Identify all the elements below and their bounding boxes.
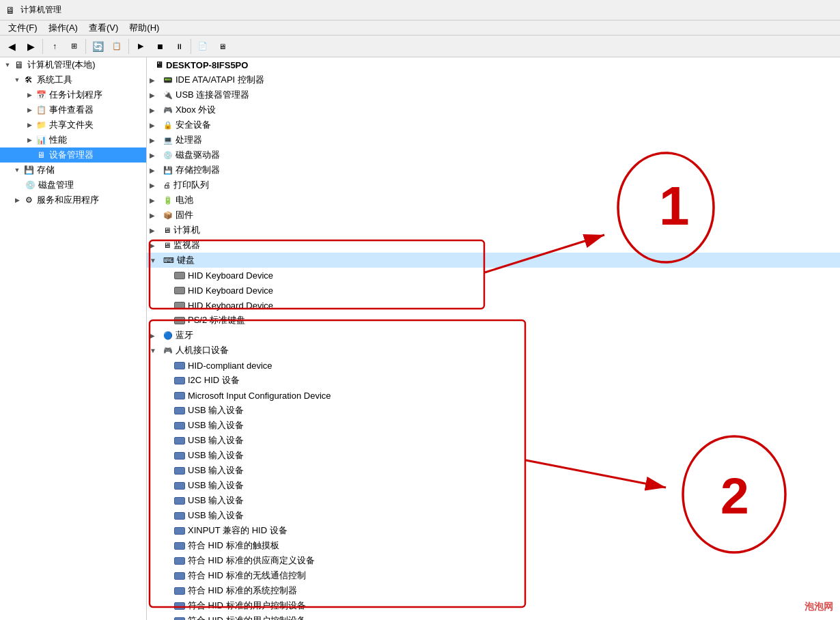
start-button[interactable]: ▶ [132,38,150,55]
right-i2c-hid-label: I2C HID 设备 [188,374,240,386]
right-hid-kbd-2[interactable]: HID Keyboard Device [147,283,840,298]
right-hid-kbd-2-label: HID Keyboard Device [188,285,273,296]
right-usb-input-2[interactable]: USB 输入设备 [147,418,840,433]
right-bluetooth-label: 蓝牙 [176,329,193,341]
right-xbox[interactable]: ▶ 🎮 Xbox 外设 [147,102,840,117]
right-usb-input-6[interactable]: USB 输入设备 [147,478,840,493]
right-battery-label: 电池 [176,194,193,206]
right-firmware[interactable]: ▶ 📦 固件 [147,208,840,223]
left-system-tools[interactable]: ▼ 🛠 系统工具 [0,72,146,87]
right-wireless-ctrl[interactable]: 符合 HID 标准的无线通信控制 [147,568,840,583]
right-computer[interactable]: ▶ 🖥 计算机 [147,223,840,238]
right-computer-label: 计算机 [173,224,200,236]
forward-button[interactable]: ▶ [22,38,40,55]
right-security[interactable]: ▶ 🔒 安全设备 [147,117,840,132]
right-usb-input-7[interactable]: USB 输入设备 [147,493,840,508]
right-cpu[interactable]: ▶ 💻 处理器 [147,132,840,147]
right-hid-kbd-1[interactable]: HID Keyboard Device [147,268,840,283]
menu-view[interactable]: 查看(V) [83,20,124,36]
expand-shared[interactable]: ▶ [25,120,34,130]
toolbar: ◀ ▶ ↑ ⊞ 🔄 📋 ▶ ⏹ ⏸ 📄 🖥 [0,36,840,57]
menu-file[interactable]: 文件(F) [3,20,43,36]
right-user-ctrl-2[interactable]: 符合 HID 标准的用户控制设备 [147,613,840,620]
expand-root[interactable]: ▼ [3,60,12,70]
up-button[interactable]: ↑ [46,38,64,55]
right-keyboard[interactable]: ▼ ⌨ 键盘 [147,253,840,268]
right-usb-input-1[interactable]: USB 输入设备 [147,403,840,418]
right-usb-input-3[interactable]: USB 输入设备 [147,433,840,448]
right-ide[interactable]: ▶ 📟 IDE ATA/ATAPI 控制器 [147,72,840,87]
export-button[interactable]: 📋 [108,38,126,55]
right-storage-ctrl[interactable]: ▶ 💾 存储控制器 [147,163,840,178]
sep3 [128,39,129,54]
left-services-label: 服务和应用程序 [37,194,99,206]
right-usb[interactable]: ▶ 🔌 USB 连接器管理器 [147,87,840,102]
right-battery[interactable]: ▶ 🔋 电池 [147,193,840,208]
left-root[interactable]: ▼ 🖥 计算机管理(本地) [0,57,146,72]
right-hid[interactable]: ▼ 🎮 人机接口设备 [147,343,840,358]
right-usb-input-5[interactable]: USB 输入设备 [147,463,840,478]
refresh-button[interactable]: 🔄 [89,38,107,55]
left-shared-label: 共享文件夹 [49,119,94,131]
right-usb-input-8[interactable]: USB 输入设备 [147,508,840,523]
right-bluetooth[interactable]: ▶ 🔵 蓝牙 [147,328,840,343]
back-button[interactable]: ◀ [3,38,20,55]
expand-services[interactable]: ▶ [12,195,22,205]
expand-sys[interactable]: ▼ [12,75,22,85]
disk-icon: 💿 [25,180,36,191]
right-cpu-label: 处理器 [176,134,202,146]
right-usb-input-4-label: USB 输入设备 [188,449,244,462]
right-monitor[interactable]: ▶ 🖥 监视器 [147,238,840,253]
left-services[interactable]: ▶ ⚙ 服务和应用程序 [0,193,146,208]
expand-storage[interactable]: ▼ [12,165,22,175]
left-disk-label: 磁盘管理 [38,179,74,191]
stop-button[interactable]: ⏹ [151,38,169,55]
left-event-viewer[interactable]: ▶ 📋 事件查看器 [0,102,146,117]
left-storage[interactable]: ▼ 💾 存储 [0,163,146,178]
right-security-label: 安全设备 [176,119,211,131]
right-root-label: DESKTOP-8IFS5PO [166,60,248,70]
tree-button[interactable]: ⊞ [65,38,83,55]
right-print[interactable]: ▶ 🖨 打印队列 [147,178,840,193]
right-touchpad[interactable]: 符合 HID 标准的触摸板 [147,538,840,553]
left-shared-folder[interactable]: ▶ 📁 共享文件夹 [0,117,146,132]
left-disk-mgmt[interactable]: 💿 磁盘管理 [0,178,146,193]
properties-button[interactable]: 📄 [194,38,212,55]
folder-icon: 📁 [36,119,46,130]
left-performance[interactable]: ▶ 📊 性能 [0,132,146,147]
right-pane[interactable]: 🖥 DESKTOP-8IFS5PO ▶ 📟 IDE ATA/ATAPI 控制器 … [147,57,840,620]
help-button[interactable]: 🖥 [213,38,231,55]
menu-action[interactable]: 操作(A) [43,20,83,36]
right-ms-input[interactable]: Microsoft Input Configuration Device [147,388,840,403]
right-root[interactable]: 🖥 DESKTOP-8IFS5PO [147,57,840,72]
right-xinput[interactable]: XINPUT 兼容的 HID 设备 [147,523,840,538]
right-hid-kbd-3[interactable]: HID Keyboard Device [147,298,840,313]
right-hid-kbd-3-label: HID Keyboard Device [188,300,273,311]
right-vendor-defined-label: 符合 HID 标准的供应商定义设备 [188,554,315,567]
expand-event[interactable]: ▶ [25,105,34,115]
services-icon: ⚙ [23,195,34,206]
right-i2c-hid[interactable]: I2C HID 设备 [147,373,840,388]
left-device-manager[interactable]: 🖥 设备管理器 [0,147,146,163]
right-print-label: 打印队列 [173,179,209,191]
right-vendor-defined[interactable]: 符合 HID 标准的供应商定义设备 [147,553,840,568]
left-pane[interactable]: ▼ 🖥 计算机管理(本地) ▼ 🛠 系统工具 ▶ 📅 任务计划程序 ▶ 📋 事件… [0,57,147,620]
expand-perf[interactable]: ▶ [25,135,34,145]
pause-button[interactable]: ⏸ [170,38,188,55]
expand-task[interactable]: ▶ [25,90,34,100]
right-usb-input-7-label: USB 输入设备 [188,494,244,507]
right-wireless-ctrl-label: 符合 HID 标准的无线通信控制 [188,569,306,582]
right-hid-compliant[interactable]: HID-compliant device [147,358,840,373]
window-title: 计算机管理 [20,4,61,16]
right-usb-input-4[interactable]: USB 输入设备 [147,448,840,463]
right-ps2[interactable]: PS/2 标准键盘 [147,313,840,328]
right-user-ctrl-1[interactable]: 符合 HID 标准的用户控制设备 [147,598,840,613]
right-usb-input-2-label: USB 输入设备 [188,419,244,432]
left-task-scheduler[interactable]: ▶ 📅 任务计划程序 [0,87,146,102]
right-disk[interactable]: ▶ 💿 磁盘驱动器 [147,147,840,163]
menu-help[interactable]: 帮助(H) [124,20,165,36]
right-sys-ctrl[interactable]: 符合 HID 标准的系统控制器 [147,583,840,598]
expand-devmgr[interactable] [25,150,34,160]
right-xbox-label: Xbox 外设 [176,104,216,116]
perf-icon: 📊 [36,135,46,145]
